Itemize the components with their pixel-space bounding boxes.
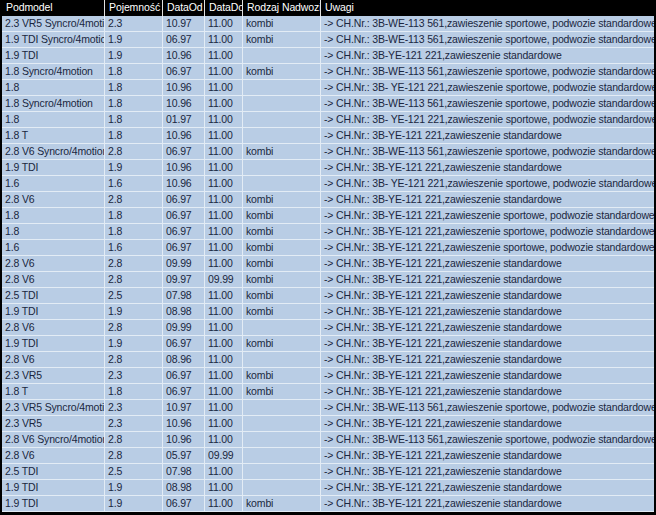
table-row[interactable]: 1.81.806.9711.00kombi-> CH.Nr.: 3B-YE-12… (2, 224, 654, 240)
cell-pojemnosc: 1.9 (104, 160, 162, 175)
cell-rodzaj_nadwozia: kombi (242, 224, 320, 239)
cell-pojemnosc: 2.8 (104, 320, 162, 335)
cell-podmodel: 1.8 T (2, 128, 104, 143)
table-row[interactable]: 2.8 V62.806.9711.00kombi-> CH.Nr.: 3B-YE… (2, 192, 654, 208)
cell-data_do: 11.00 (204, 416, 242, 431)
cell-data_od: 10.96 (162, 128, 204, 143)
table-row[interactable]: 2.5 TDI2.507.9811.00kombi-> CH.Nr.: 3B-Y… (2, 288, 654, 304)
table-row[interactable]: 1.61.606.9711.00kombi-> CH.Nr.: 3B-YE-12… (2, 240, 654, 256)
table-row[interactable]: 1.81.806.9711.00kombi-> CH.Nr.: 3B-YE-12… (2, 208, 654, 224)
table-row[interactable]: 1.9 TDI Syncro/4motion1.906.9711.00kombi… (2, 32, 654, 48)
table-row[interactable]: 2.8 V62.809.9709.99kombi-> CH.Nr.: 3B-YE… (2, 272, 654, 288)
cell-data_od: 08.98 (162, 480, 204, 495)
column-header-data-do[interactable]: DataDo (204, 0, 242, 16)
cell-uwagi: -> CH.Nr.: 3B-YE-121 221,zawieszenie sta… (320, 464, 654, 479)
table-row[interactable]: 1.61.610.9611.00-> CH.Nr.: 3B- YE-121 22… (2, 176, 654, 192)
cell-data_do: 11.00 (204, 400, 242, 415)
cell-data_od: 01.97 (162, 112, 204, 127)
cell-data_od: 10.97 (162, 400, 204, 415)
cell-pojemnosc: 1.6 (104, 240, 162, 255)
cell-podmodel: 2.8 V6 Syncro/4motion (2, 144, 104, 159)
table-row[interactable]: 2.8 V6 Syncro/4motion2.810.9611.00-> CH.… (2, 432, 654, 448)
cell-data_do: 11.00 (204, 304, 242, 319)
table-row[interactable]: 1.81.810.9611.00-> CH.Nr.: 3B- YE-121 22… (2, 80, 654, 96)
cell-uwagi: -> CH.Nr.: 3B-YE-121 221,zawieszenie sta… (320, 336, 654, 351)
cell-podmodel: 1.8 (2, 224, 104, 239)
table-row[interactable]: 1.9 TDI1.906.9711.00kombi-> CH.Nr.: 3B-Y… (2, 336, 654, 352)
cell-pojemnosc: 1.8 (104, 128, 162, 143)
cell-uwagi: -> CH.Nr.: 3B-WE-113 561,zawieszenie spo… (320, 64, 654, 79)
cell-data_od: 05.97 (162, 448, 204, 463)
cell-pojemnosc: 2.8 (104, 448, 162, 463)
table-row[interactable]: 1.9 TDI1.908.9811.00kombi-> CH.Nr.: 3B-Y… (2, 304, 654, 320)
column-header-pojemnosc[interactable]: Pojemność (104, 0, 162, 16)
cell-data_do: 11.00 (204, 208, 242, 223)
cell-data_do: 11.00 (204, 352, 242, 367)
cell-data_do: 11.00 (204, 64, 242, 79)
cell-data_do: 11.00 (204, 368, 242, 383)
cell-pojemnosc: 2.5 (104, 464, 162, 479)
cell-rodzaj_nadwozia (242, 112, 320, 127)
cell-uwagi: -> CH.Nr.: 3B- YE-121 221,zawieszenie sp… (320, 80, 654, 95)
cell-uwagi: -> CH.Nr.: 3B-YE-121 221,zawieszenie sta… (320, 480, 654, 495)
cell-rodzaj_nadwozia: kombi (242, 384, 320, 399)
table-row[interactable]: 1.9 TDI1.906.9711.00kombi-> CH.Nr.: 3B-Y… (2, 496, 654, 512)
cell-rodzaj_nadwozia: kombi (242, 336, 320, 351)
cell-pojemnosc: 1.9 (104, 32, 162, 47)
table-row[interactable]: 1.8 Syncro/4motion1.810.9611.00-> CH.Nr.… (2, 96, 654, 112)
table-row[interactable]: 1.8 T1.806.9711.00kombi-> CH.Nr.: 3B-YE-… (2, 384, 654, 400)
column-header-podmodel[interactable]: Podmodel (2, 0, 104, 16)
table-row[interactable]: 2.8 V62.808.9611.00-> CH.Nr.: 3B-YE-121 … (2, 352, 654, 368)
column-header-uwagi[interactable]: Uwagi (320, 0, 654, 16)
table-row[interactable]: 1.8 T1.810.9611.00-> CH.Nr.: 3B-YE-121 2… (2, 128, 654, 144)
cell-data_od: 09.99 (162, 320, 204, 335)
cell-data_od: 10.96 (162, 48, 204, 63)
table-row[interactable]: 2.8 V62.809.9911.00kombi-> CH.Nr.: 3B-YE… (2, 256, 654, 272)
submodel-table-window: Podmodel Pojemność DataOd DataDo Rodzaj … (0, 0, 656, 515)
column-header-data-od[interactable]: DataOd (162, 0, 204, 16)
cell-pojemnosc: 1.8 (104, 384, 162, 399)
cell-uwagi: -> CH.Nr.: 3B- YE-121 221,zawieszenie sp… (320, 176, 654, 191)
column-header-rodzaj-nadwozia[interactable]: Rodzaj Nadwozia (242, 0, 320, 16)
cell-rodzaj_nadwozia: kombi (242, 304, 320, 319)
cell-rodzaj_nadwozia (242, 480, 320, 495)
cell-podmodel: 1.8 (2, 80, 104, 95)
cell-rodzaj_nadwozia: kombi (242, 240, 320, 255)
table-row[interactable]: 2.3 VR5 Syncro/4motion2.310.9711.00kombi… (2, 16, 654, 32)
table-row[interactable]: 1.9 TDI1.908.9811.00-> CH.Nr.: 3B-YE-121… (2, 480, 654, 496)
cell-podmodel: 1.9 TDI (2, 304, 104, 319)
cell-pojemnosc: 2.8 (104, 432, 162, 447)
cell-pojemnosc: 2.3 (104, 416, 162, 431)
cell-data_od: 09.97 (162, 272, 204, 287)
cell-data_do: 11.00 (204, 240, 242, 255)
cell-rodzaj_nadwozia: kombi (242, 272, 320, 287)
table-body: 2.3 VR5 Syncro/4motion2.310.9711.00kombi… (2, 16, 654, 512)
cell-uwagi: -> CH.Nr.: 3B-YE-121 221,zawieszenie spo… (320, 240, 654, 255)
cell-data_do: 11.00 (204, 224, 242, 239)
cell-rodzaj_nadwozia (242, 448, 320, 463)
table-row[interactable]: 2.8 V62.805.9709.99-> CH.Nr.: 3B-YE-121 … (2, 448, 654, 464)
table-row[interactable]: 2.3 VR52.310.9611.00-> CH.Nr.: 3B-YE-121… (2, 416, 654, 432)
cell-data_do: 11.00 (204, 288, 242, 303)
cell-data_od: 10.97 (162, 16, 204, 31)
table-row[interactable]: 2.8 V6 Syncro/4motion2.806.9711.00kombi-… (2, 144, 654, 160)
cell-podmodel: 1.9 TDI Syncro/4motion (2, 32, 104, 47)
cell-uwagi: -> CH.Nr.: 3B-YE-121 221,zawieszenie sta… (320, 352, 654, 367)
cell-uwagi: -> CH.Nr.: 3B-WE-113 561,zawieszenie spo… (320, 16, 654, 31)
table-row[interactable]: 2.8 V62.809.9911.00-> CH.Nr.: 3B-YE-121 … (2, 320, 654, 336)
cell-rodzaj_nadwozia (242, 160, 320, 175)
table-row[interactable]: 1.8 Syncro/4motion1.806.9711.00kombi-> C… (2, 64, 654, 80)
cell-rodzaj_nadwozia (242, 464, 320, 479)
cell-rodzaj_nadwozia: kombi (242, 64, 320, 79)
cell-pojemnosc: 1.8 (104, 96, 162, 111)
table-row[interactable]: 1.9 TDI1.910.9611.00-> CH.Nr.: 3B-YE-121… (2, 48, 654, 64)
table-row[interactable]: 1.9 TDI1.910.9611.00-> CH.Nr.: 3B-YE-121… (2, 160, 654, 176)
cell-uwagi: -> CH.Nr.: 3B-YE-121 221,zawieszenie sta… (320, 48, 654, 63)
table-row[interactable]: 2.3 VR52.306.9711.00kombi-> CH.Nr.: 3B-Y… (2, 368, 654, 384)
table-row[interactable]: 2.3 VR5 Syncro/4motion2.310.9711.00-> CH… (2, 400, 654, 416)
table-row[interactable]: 2.5 TDI2.507.9811.00-> CH.Nr.: 3B-YE-121… (2, 464, 654, 480)
cell-data_do: 11.00 (204, 192, 242, 207)
cell-podmodel: 1.8 T (2, 384, 104, 399)
cell-data_od: 06.97 (162, 208, 204, 223)
table-row[interactable]: 1.81.801.9711.00-> CH.Nr.: 3B- YE-121 22… (2, 112, 654, 128)
